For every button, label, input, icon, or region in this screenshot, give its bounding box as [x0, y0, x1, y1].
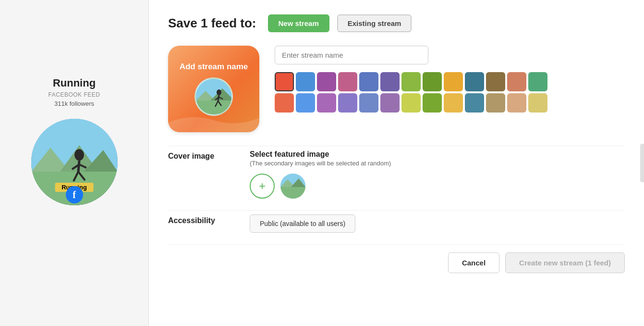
- color-swatch-c24[interactable]: [486, 93, 505, 113]
- color-swatch-c9[interactable]: [444, 72, 463, 91]
- color-swatch-c7[interactable]: [401, 72, 421, 91]
- cover-image-label: Cover image: [168, 150, 231, 161]
- color-swatch-c10[interactable]: [465, 72, 484, 91]
- cover-image-section: Cover image Select featured image (The s…: [168, 146, 625, 199]
- stream-config-row: Add stream name: [168, 46, 625, 132]
- color-swatch-c18[interactable]: [359, 93, 378, 113]
- color-swatch-c21[interactable]: [423, 93, 442, 113]
- svg-point-15: [217, 89, 221, 95]
- stream-name-input[interactable]: [275, 46, 428, 64]
- color-swatch-c19[interactable]: [380, 93, 400, 113]
- color-swatch-c8[interactable]: [423, 72, 442, 91]
- accessibility-label: Accessibility: [168, 214, 231, 225]
- footer: Cancel Create new stream (1 feed): [168, 244, 625, 273]
- stream-card-label: Add stream name: [180, 62, 248, 72]
- accessibility-section: Accessibility Public (available to all u…: [168, 210, 625, 233]
- facebook-icon: f: [66, 186, 83, 203]
- tab-existing-stream[interactable]: Existing stream: [337, 14, 412, 32]
- featured-image-title: Select featured image: [250, 150, 625, 159]
- color-grid-row1: [275, 72, 625, 91]
- svg-point-5: [74, 149, 84, 161]
- avatar-circle: Running f: [31, 119, 118, 205]
- stream-card-image: [194, 77, 233, 116]
- color-swatch-c20[interactable]: [401, 93, 421, 113]
- color-swatch-c1[interactable]: [275, 72, 294, 91]
- color-swatch-c16[interactable]: [317, 93, 336, 113]
- avatar: Running f: [31, 119, 118, 205]
- featured-image-subtitle: (The secondary images will be selected a…: [250, 160, 625, 167]
- color-swatch-c5[interactable]: [359, 72, 378, 91]
- color-swatch-c3[interactable]: [317, 72, 336, 91]
- color-swatch-c4[interactable]: [338, 72, 357, 91]
- accessibility-content: Public (available to all users): [250, 214, 625, 233]
- color-swatch-c11[interactable]: [486, 72, 505, 91]
- sidebar-feed-type: FACEBOOK FEED: [49, 91, 100, 98]
- main-content: Save 1 feed to: New stream Existing stre…: [149, 0, 644, 326]
- image-row: +: [250, 174, 625, 199]
- color-swatch-c14[interactable]: [275, 93, 294, 113]
- svg-rect-24: [280, 187, 305, 199]
- stream-card-preview: Add stream name: [168, 46, 259, 132]
- color-grid-row2: [275, 93, 625, 113]
- color-swatch-c25[interactable]: [507, 93, 526, 113]
- header: Save 1 feed to: New stream Existing stre…: [168, 14, 625, 32]
- color-swatch-c6[interactable]: [380, 72, 400, 91]
- tab-new-stream[interactable]: New stream: [268, 14, 329, 32]
- page-title: Save 1 feed to:: [168, 16, 256, 31]
- scrollbar-edge: [640, 144, 644, 182]
- color-swatch-c23[interactable]: [465, 93, 484, 113]
- add-image-button[interactable]: +: [250, 174, 275, 199]
- color-swatch-c17[interactable]: [338, 93, 357, 113]
- cover-image-content: Select featured image (The secondary ima…: [250, 150, 625, 199]
- accessibility-button[interactable]: Public (available to all users): [250, 214, 355, 233]
- sidebar: Running FACEBOOK FEED 311k followers: [0, 0, 149, 326]
- feed-image-thumbnail[interactable]: [280, 174, 305, 199]
- sidebar-feed-name: Running: [53, 77, 96, 89]
- create-stream-button[interactable]: Create new stream (1 feed): [505, 252, 625, 273]
- color-swatch-c22[interactable]: [444, 93, 463, 113]
- color-swatch-c26[interactable]: [528, 93, 547, 113]
- color-swatch-c15[interactable]: [296, 93, 315, 113]
- sidebar-followers: 311k followers: [54, 100, 94, 107]
- color-swatch-c2[interactable]: [296, 72, 315, 91]
- color-swatch-c13[interactable]: [528, 72, 547, 91]
- stream-name-color-panel: [275, 46, 625, 113]
- color-swatch-c12[interactable]: [507, 72, 526, 91]
- cancel-button[interactable]: Cancel: [448, 252, 499, 273]
